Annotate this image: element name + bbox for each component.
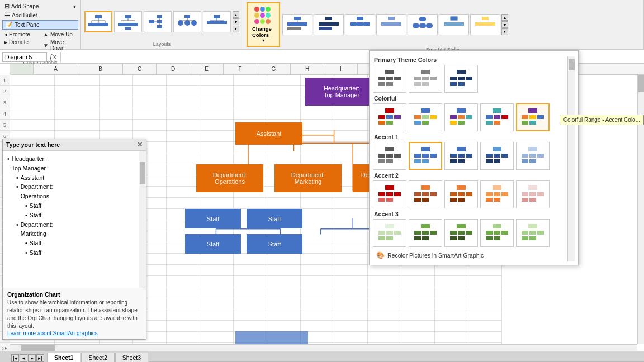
smartart-style-4[interactable] bbox=[376, 14, 406, 35]
cell-3-3[interactable] bbox=[100, 97, 133, 108]
colorful-4[interactable] bbox=[480, 103, 514, 131]
colorful-1[interactable] bbox=[373, 103, 406, 131]
org-box-assistant[interactable]: Assistant bbox=[235, 122, 302, 145]
col-header-H[interactable]: H bbox=[291, 64, 324, 74]
smartart-style-2[interactable] bbox=[314, 14, 344, 35]
move-up-button[interactable]: ▲ Move Up bbox=[41, 31, 78, 38]
org-box-staff-2[interactable]: Staff bbox=[247, 209, 302, 228]
text-pane-scroll-area[interactable]: • Headquarter:Top Manager •Assistant •De… bbox=[3, 151, 146, 288]
layouts-scroll-up[interactable]: ▲ bbox=[233, 11, 239, 18]
recolor-pictures-button[interactable]: 🎨 Recolor Pictures in SmartArt Graphic bbox=[373, 249, 567, 261]
sheet-first-button[interactable]: |◂ bbox=[11, 354, 19, 362]
org-box-hq[interactable]: Headquarter:Top Manager bbox=[305, 78, 378, 106]
name-box[interactable] bbox=[2, 52, 47, 62]
row-header-2[interactable]: 2 bbox=[0, 86, 10, 97]
dropdown-scroll-thumb[interactable] bbox=[569, 59, 575, 70]
col-header-B[interactable]: B bbox=[78, 64, 123, 74]
row-header-25[interactable]: 25 bbox=[0, 343, 10, 351]
col-header-G[interactable]: G bbox=[257, 64, 291, 74]
layout-option-1[interactable] bbox=[84, 11, 112, 32]
accent3-2[interactable] bbox=[409, 219, 442, 247]
row-header-1[interactable]: 1 bbox=[0, 75, 10, 86]
cell-4-2[interactable] bbox=[55, 108, 100, 120]
colorful-2[interactable] bbox=[409, 103, 442, 131]
smartart-style-6[interactable] bbox=[439, 14, 469, 35]
color-option-primary-3[interactable] bbox=[444, 65, 478, 93]
smartart-style-5[interactable] bbox=[408, 14, 438, 35]
org-box-staff-3[interactable]: Staff bbox=[185, 234, 241, 254]
text-pane-close-button[interactable]: ✕ bbox=[137, 141, 143, 149]
formula-function-icon[interactable]: ƒx bbox=[49, 53, 56, 61]
accent2-3[interactable] bbox=[444, 180, 478, 208]
org-box-ops[interactable]: Department:Operations bbox=[196, 164, 263, 192]
layout-option-5[interactable] bbox=[203, 11, 231, 32]
color-option-primary-2[interactable] bbox=[409, 65, 442, 93]
cell-2-1[interactable] bbox=[10, 86, 55, 97]
learn-more-link[interactable]: Learn more about SmartArt graphics bbox=[7, 330, 98, 336]
colorful-5[interactable] bbox=[516, 103, 550, 131]
accent3-5[interactable] bbox=[516, 219, 550, 247]
styles-scroll-up[interactable]: ▲ bbox=[501, 14, 508, 21]
smartart-style-7[interactable] bbox=[470, 14, 500, 35]
layouts-expand[interactable]: ▾ bbox=[233, 26, 239, 32]
sheet-tab-3[interactable]: Sheet3 bbox=[115, 353, 148, 362]
text-pane-scrollbar[interactable] bbox=[139, 151, 146, 288]
accent1-2[interactable] bbox=[409, 142, 442, 170]
accent1-4[interactable] bbox=[480, 142, 514, 170]
cell-1-2[interactable] bbox=[55, 75, 100, 86]
color-option-primary-1[interactable] bbox=[373, 65, 406, 93]
org-box-staff-4[interactable]: Staff bbox=[247, 234, 302, 254]
sheet-tab-1[interactable]: Sheet1 bbox=[47, 353, 80, 362]
change-colors-button[interactable]: Change Colors ▾ bbox=[247, 2, 280, 47]
smartart-style-1[interactable] bbox=[282, 14, 312, 35]
cell-3-1[interactable] bbox=[10, 97, 55, 108]
accent3-3[interactable] bbox=[444, 219, 478, 247]
cell-5-1[interactable] bbox=[10, 120, 55, 131]
sheet-prev-button[interactable]: ◂ bbox=[20, 354, 27, 362]
smartart-style-3[interactable] bbox=[345, 14, 375, 35]
col-header-E[interactable]: E bbox=[190, 64, 224, 74]
text-pane-scroll-thumb[interactable] bbox=[140, 162, 145, 184]
cell-4-1[interactable] bbox=[10, 108, 55, 120]
accent3-1[interactable] bbox=[373, 219, 406, 247]
cell-4-3[interactable] bbox=[100, 108, 133, 120]
col-header-F[interactable]: F bbox=[224, 64, 257, 74]
horizontal-scrollbar[interactable] bbox=[10, 344, 637, 351]
promote-button[interactable]: ◂ Promote bbox=[2, 31, 40, 38]
colorful-3[interactable] bbox=[444, 103, 478, 131]
dropdown-scrollbar[interactable] bbox=[567, 56, 575, 261]
add-shape-button[interactable]: ⊞ Add Shape ▾ bbox=[2, 2, 78, 11]
styles-expand[interactable]: ▾ bbox=[501, 28, 508, 35]
cell-3-2[interactable] bbox=[55, 97, 100, 108]
layout-option-4[interactable] bbox=[173, 11, 201, 32]
cell-1-3[interactable] bbox=[100, 75, 133, 86]
accent1-5[interactable] bbox=[516, 142, 550, 170]
row-header-5[interactable]: 5 bbox=[0, 120, 10, 131]
text-pane-button[interactable]: 📝 Text Pane bbox=[2, 20, 78, 30]
move-down-button[interactable]: ▼ Move Down bbox=[41, 39, 78, 52]
cell-2-3[interactable] bbox=[100, 86, 133, 97]
col-header-D[interactable]: D bbox=[157, 64, 190, 74]
cell-1-1[interactable] bbox=[10, 75, 55, 86]
cell-5-3[interactable] bbox=[100, 120, 133, 131]
layout-option-3[interactable] bbox=[144, 11, 172, 32]
org-box-staff-1[interactable]: Staff bbox=[185, 209, 241, 228]
cell-5-2[interactable] bbox=[55, 120, 100, 131]
horizontal-scroll-thumb[interactable] bbox=[21, 345, 55, 351]
accent1-3[interactable] bbox=[444, 142, 478, 170]
col-header-C[interactable]: C bbox=[123, 64, 157, 74]
row-header-3[interactable]: 3 bbox=[0, 97, 10, 108]
sheet-tab-2[interactable]: Sheet2 bbox=[81, 353, 114, 362]
add-bullet-button[interactable]: ☰ Add Bullet bbox=[2, 11, 78, 20]
vertical-scroll-thumb[interactable] bbox=[638, 75, 644, 92]
accent2-2[interactable] bbox=[409, 180, 442, 208]
accent3-4[interactable] bbox=[480, 219, 514, 247]
accent2-4[interactable] bbox=[480, 180, 514, 208]
accent1-1[interactable] bbox=[373, 142, 406, 170]
col-header-A[interactable]: A bbox=[34, 64, 78, 74]
demote-button[interactable]: ▸ Demote bbox=[2, 39, 40, 46]
row-header-4[interactable]: 4 bbox=[0, 108, 10, 120]
layouts-scroll-down[interactable]: ▼ bbox=[233, 18, 239, 25]
cell-2-2[interactable] bbox=[55, 86, 100, 97]
sheet-next-button[interactable]: ▸ bbox=[28, 354, 36, 362]
